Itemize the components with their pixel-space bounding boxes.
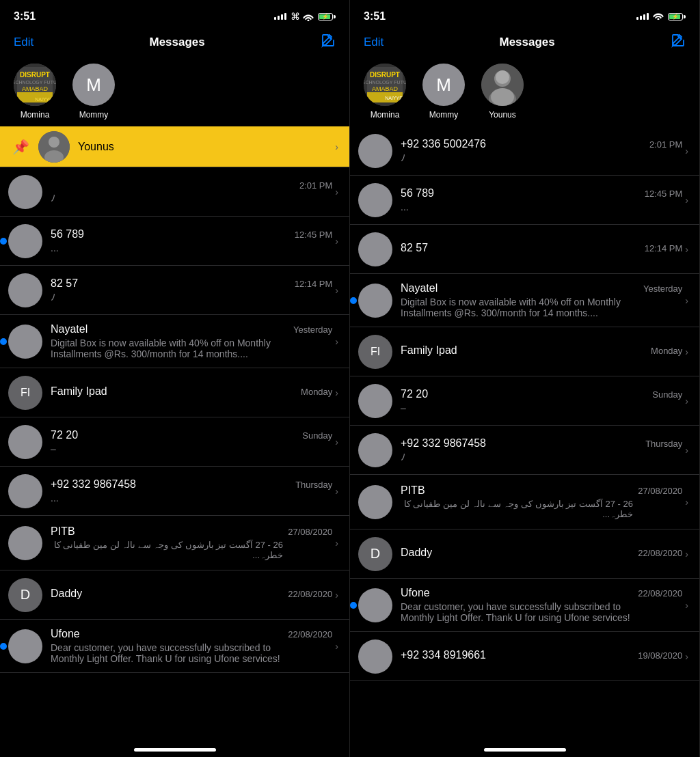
right-msg-3-preview: Digital Box is now available with 40% of… <box>401 297 633 318</box>
right-msg-5-preview: – <box>401 402 633 413</box>
right-msg-1-chevron: › <box>685 195 688 206</box>
right-msg-8[interactable]: D Daddy 22/08/2020 › <box>350 529 699 579</box>
right-message-list: +92 336 5002476 2:01 PM ﾉ › 56 789 12:45… <box>350 126 699 681</box>
left-msg-4-name: Family Ipad <box>51 385 107 398</box>
svg-text:THE TECHNOLOGY FUTURE OF: THE TECHNOLOGY FUTURE OF <box>14 80 56 85</box>
right-edit-button[interactable]: Edit <box>364 36 383 49</box>
right-msg-5-content: 72 20 Sunday – <box>401 388 682 413</box>
right-msg-0[interactable]: +92 336 5002476 2:01 PM ﾉ › <box>350 126 699 176</box>
left-msg-1-chevron: › <box>335 236 338 247</box>
right-msg-7-time: 27/08/2020 <box>638 486 682 496</box>
left-status-bar: 3:51 ⌘ ⚡ <box>0 0 349 30</box>
left-msg-1-content: 56 789 12:45 PM ... <box>51 228 332 253</box>
left-header-title: Messages <box>150 36 205 49</box>
right-messages-header: Edit Messages <box>350 30 699 57</box>
left-msg-3[interactable]: Nayatel Yesterday Digital Box is now ava… <box>0 315 349 368</box>
left-msg-9-time: 22/08/2020 <box>288 629 332 639</box>
younus-avatar <box>38 131 70 163</box>
svg-text:NAIYYE: NAIYYE <box>385 96 403 100</box>
right-msg-1[interactable]: 56 789 12:45 PM ... › <box>350 176 699 225</box>
left-msg-1[interactable]: 56 789 12:45 PM ... › <box>0 217 349 266</box>
right-pinned-mommy[interactable]: M Mommy <box>422 64 465 120</box>
left-msg-4-time: Monday <box>301 387 332 397</box>
right-msg-2[interactable]: 82 57 12:14 PM › <box>350 225 699 274</box>
left-msg-4-chevron: › <box>335 387 338 398</box>
right-msg-9-preview: Dear customer, you have successfully sub… <box>401 601 633 623</box>
right-msg-5[interactable]: 72 20 Sunday – › <box>350 376 699 426</box>
right-msg-0-chevron: › <box>685 146 688 156</box>
right-compose-button[interactable] <box>671 33 686 51</box>
right-msg-3-chevron: › <box>685 295 688 306</box>
right-momina-label: Momina <box>371 110 400 120</box>
left-msg-3-unread-dot <box>0 338 7 345</box>
right-msg-10-time: 19/08/2020 <box>638 650 682 661</box>
right-msg-5-avatar <box>358 384 392 418</box>
right-msg-6[interactable]: +92 332 9867458 Thursday ﾉ › <box>350 426 699 475</box>
right-status-time: 3:51 <box>364 10 386 23</box>
left-msg-9[interactable]: Ufone 22/08/2020 Dear customer, you have… <box>0 620 349 673</box>
left-msg-3-preview: Digital Box is now available with 40% of… <box>51 338 283 359</box>
left-msg-7-avatar <box>8 526 42 560</box>
younus-pinned-row[interactable]: 📌 Younus › <box>0 126 349 167</box>
right-msg-10-chevron: › <box>685 651 688 662</box>
left-edit-button[interactable]: Edit <box>14 36 33 49</box>
left-msg-1-preview: ... <box>51 243 283 253</box>
left-msg-0-time: 2:01 PM <box>299 180 332 191</box>
right-msg-9-chevron: › <box>685 600 688 611</box>
left-msg-6[interactable]: +92 332 9867458 Thursday ... › <box>0 467 349 516</box>
right-younus-label: Younus <box>489 110 516 120</box>
left-msg-5-time: Sunday <box>302 430 332 441</box>
right-msg-6-avatar <box>358 433 392 467</box>
right-status-icons: ⚡ <box>636 10 686 23</box>
left-msg-3-content: Nayatel Yesterday Digital Box is now ava… <box>51 323 332 359</box>
mommy-avatar: M <box>72 64 115 106</box>
pinned-contact-momina[interactable]: DISRUPT THE TECHNOLOGY FUTURE OF AMABAD … <box>14 64 56 120</box>
right-msg-7-content: PITB 27/08/2020 26 - 27 آگست تیز بارشوں … <box>401 484 682 519</box>
right-msg-0-content: +92 336 5002476 2:01 PM ﾉ <box>401 138 682 163</box>
right-msg-4-chevron: › <box>685 346 688 357</box>
left-msg-4[interactable]: FI Family Ipad Monday › <box>0 368 349 417</box>
right-mommy-initial: M <box>436 74 451 96</box>
signal-icon <box>274 13 286 20</box>
left-msg-8-time: 22/08/2020 <box>288 589 332 599</box>
left-msg-5-avatar <box>8 425 42 459</box>
right-msg-4-avatar: FI <box>358 335 392 369</box>
left-msg-9-content: Ufone 22/08/2020 Dear customer, you have… <box>51 628 332 664</box>
left-msg-8-chevron: › <box>335 590 338 601</box>
right-msg-5-time: Sunday <box>652 389 682 400</box>
right-msg-4-time: Monday <box>651 346 682 356</box>
pinned-contact-mommy[interactable]: M Mommy <box>72 64 115 120</box>
right-signal-icon <box>636 13 649 20</box>
left-msg-1-avatar <box>8 224 42 258</box>
right-pinned-momina[interactable]: DISRUPT THE TECHNOLOGY FUTURE OF AMABAD … <box>364 64 406 120</box>
right-msg-7[interactable]: PITB 27/08/2020 26 - 27 آگست تیز بارشوں … <box>350 475 699 529</box>
right-mommy-label: Mommy <box>429 110 459 120</box>
right-msg-8-chevron: › <box>685 549 688 560</box>
left-message-list: 2:01 PM ﾉ › 56 789 12:45 PM ... › <box>0 167 349 673</box>
left-msg-8[interactable]: D Daddy 22/08/2020 › <box>0 570 349 620</box>
svg-text:DISRUPT: DISRUPT <box>20 71 50 79</box>
left-msg-9-chevron: › <box>335 641 338 652</box>
right-pinned-contacts-row: DISRUPT THE TECHNOLOGY FUTURE OF AMABAD … <box>350 57 699 126</box>
left-msg-6-avatar <box>8 474 42 508</box>
left-msg-0[interactable]: 2:01 PM ﾉ › <box>0 167 349 217</box>
left-msg-7-chevron: › <box>335 538 338 549</box>
right-msg-6-time: Thursday <box>645 439 682 449</box>
right-pinned-younus[interactable]: Younus <box>481 64 524 120</box>
left-compose-button[interactable] <box>321 33 336 51</box>
right-msg-4[interactable]: FI Family Ipad Monday › <box>350 327 699 376</box>
right-msg-4-name: Family Ipad <box>401 344 457 357</box>
right-msg-9-content: Ufone 22/08/2020 Dear customer, you have… <box>401 587 682 623</box>
left-msg-2[interactable]: 82 57 12:14 PM ﾉ › <box>0 266 349 315</box>
left-msg-9-preview: Dear customer, you have successfully sub… <box>51 642 283 664</box>
left-msg-5[interactable]: 72 20 Sunday – › <box>0 417 349 467</box>
left-msg-2-chevron: › <box>335 285 338 296</box>
right-msg-3[interactable]: Nayatel Yesterday Digital Box is now ava… <box>350 274 699 327</box>
right-msg-2-avatar <box>358 232 392 266</box>
left-msg-7[interactable]: PITB 27/08/2020 26 - 27 آگست تیز بارشوں … <box>0 516 349 570</box>
right-msg-10[interactable]: +92 334 8919661 19/08/2020 › <box>350 632 699 681</box>
right-msg-9[interactable]: Ufone 22/08/2020 Dear customer, you have… <box>350 579 699 632</box>
left-msg-7-preview: 26 - 27 آگست تیز بارشوں کی وجہ سے نالہ ل… <box>51 540 283 560</box>
right-momina-avatar: DISRUPT THE TECHNOLOGY FUTURE OF AMABAD … <box>364 64 406 106</box>
right-msg-7-chevron: › <box>685 497 688 508</box>
